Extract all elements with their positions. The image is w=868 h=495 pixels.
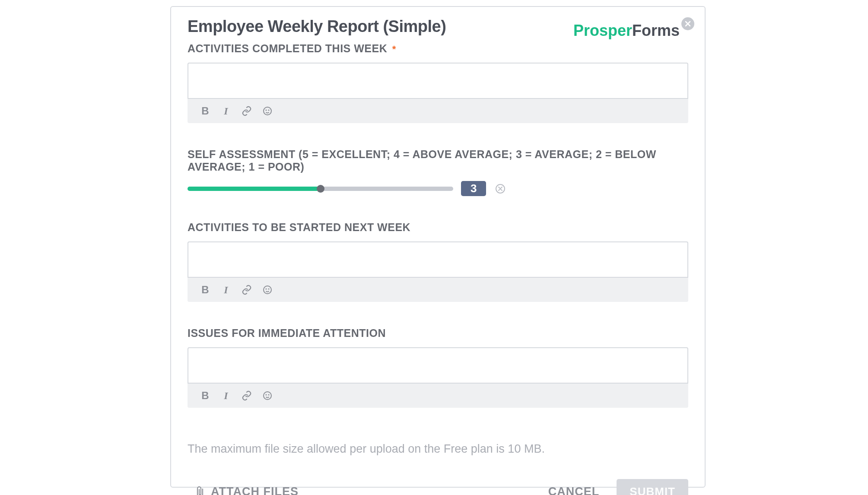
modal-header: Employee Weekly Report (Simple) ProsperF… — [188, 17, 688, 40]
emoji-icon[interactable] — [262, 105, 273, 117]
label-issues: ISSUES FOR IMMEDIATE ATTENTION — [188, 327, 688, 340]
link-icon[interactable] — [241, 105, 252, 117]
close-icon — [685, 21, 691, 27]
bold-icon[interactable]: B — [200, 284, 211, 295]
input-activities-next[interactable] — [188, 241, 688, 278]
bold-icon[interactable]: B — [200, 105, 211, 117]
paperclip-icon — [195, 485, 205, 495]
svg-point-1 — [266, 110, 266, 111]
italic-icon[interactable]: I — [220, 284, 232, 295]
brand-part1: Prosper — [573, 22, 632, 39]
close-button[interactable] — [681, 17, 694, 30]
label-self-assessment: SELF ASSESSMENT (5 = EXCELLENT; 4 = ABOV… — [188, 148, 688, 173]
svg-point-7 — [266, 395, 266, 395]
attach-files-label: ATTACH FILES — [211, 485, 299, 495]
slider-thumb[interactable] — [317, 185, 324, 193]
toolbar-activities-next: B I — [188, 278, 688, 302]
svg-point-8 — [268, 395, 269, 395]
form-modal: Employee Weekly Report (Simple) ProsperF… — [170, 6, 706, 488]
cancel-button[interactable]: CANCEL — [548, 485, 600, 495]
form-title: Employee Weekly Report (Simple) — [188, 17, 446, 36]
clear-icon — [498, 187, 502, 191]
required-star: * — [392, 44, 396, 54]
svg-point-4 — [266, 289, 266, 289]
brand-part2: Forms — [632, 22, 680, 39]
attach-files-button[interactable]: ATTACH FILES — [195, 485, 299, 495]
slider-fill — [188, 187, 321, 191]
submit-button[interactable]: SUBMIT — [617, 479, 688, 495]
input-activities-completed[interactable] — [188, 63, 688, 99]
svg-point-5 — [268, 289, 269, 289]
svg-point-0 — [264, 107, 271, 115]
label-activities-completed-text: ACTIVITIES COMPLETED THIS WEEK — [188, 42, 387, 54]
label-activities-completed: ACTIVITIES COMPLETED THIS WEEK * — [188, 42, 688, 55]
slider-value-badge: 3 — [461, 181, 486, 196]
input-issues[interactable] — [188, 347, 688, 384]
toolbar-issues: B I — [188, 384, 688, 408]
svg-point-2 — [268, 110, 269, 111]
toolbar-activities-completed: B I — [188, 99, 688, 123]
slider-clear-button[interactable] — [496, 184, 505, 194]
italic-icon[interactable]: I — [220, 105, 232, 117]
emoji-icon[interactable] — [262, 390, 273, 401]
emoji-icon[interactable] — [262, 284, 273, 295]
bold-icon[interactable]: B — [200, 390, 211, 401]
svg-point-3 — [264, 286, 271, 294]
footer-actions: ATTACH FILES CANCEL SUBMIT — [188, 479, 688, 495]
label-activities-next: ACTIVITIES TO BE STARTED NEXT WEEK — [188, 221, 688, 234]
upload-size-note: The maximum file size allowed per upload… — [188, 442, 688, 456]
brand-logo: ProsperForms — [573, 22, 680, 40]
link-icon[interactable] — [241, 390, 252, 401]
slider-track[interactable] — [188, 187, 453, 191]
slider-self-assessment: 3 — [188, 181, 688, 196]
link-icon[interactable] — [241, 284, 252, 295]
svg-point-6 — [264, 392, 271, 400]
italic-icon[interactable]: I — [220, 390, 232, 401]
